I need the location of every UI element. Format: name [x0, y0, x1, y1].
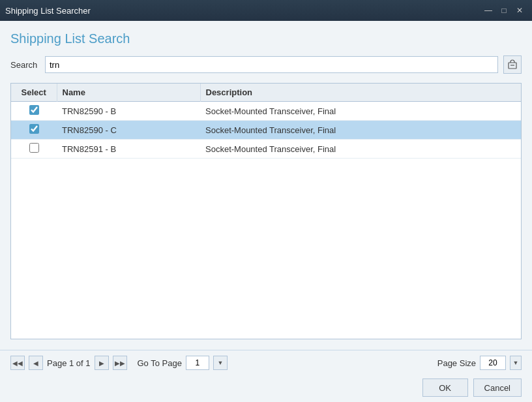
table-row: TRN82590 - CSocket-Mounted Transceiver, … — [11, 121, 521, 140]
box-icon — [507, 59, 518, 70]
search-label: Search — [10, 60, 40, 70]
goto-page-input[interactable] — [186, 356, 209, 370]
window-title: Shipping List Searcher — [5, 6, 91, 16]
table-body: TRN82590 - BSocket-Mounted Transceiver, … — [11, 102, 521, 159]
title-bar-controls: — □ ✕ — [481, 3, 527, 18]
cell-description: Socket-Mounted Transceiver, Final — [200, 102, 521, 121]
cell-name: TRN82590 - B — [57, 102, 200, 121]
search-row: Search — [10, 55, 522, 74]
table-row: TRN82590 - BSocket-Mounted Transceiver, … — [11, 102, 521, 121]
cell-description: Socket-Mounted Transceiver, Final — [200, 121, 521, 140]
cell-name: TRN82590 - C — [57, 121, 200, 140]
search-button[interactable] — [503, 55, 522, 74]
ok-button[interactable]: OK — [422, 379, 468, 397]
row-checkbox[interactable] — [29, 143, 39, 153]
table-header-row: Select Name Description — [11, 84, 521, 102]
footer: ◀◀ ◀ Page 1 of 1 ▶ ▶▶ Go To Page ▼ Page … — [0, 350, 532, 402]
minimize-button[interactable]: — — [481, 3, 495, 18]
cell-description: Socket-Mounted Transceiver, Final — [200, 140, 521, 159]
cell-select — [11, 102, 57, 121]
first-page-button[interactable]: ◀◀ — [10, 356, 25, 370]
main-content: Shipping List Search Search Select Name — [0, 21, 532, 350]
close-button[interactable]: ✕ — [512, 3, 527, 18]
prev-page-button[interactable]: ◀ — [29, 356, 43, 370]
search-input[interactable] — [45, 56, 498, 73]
title-bar: Shipping List Searcher — □ ✕ — [0, 0, 532, 21]
action-row: OK Cancel — [10, 379, 522, 397]
row-checkbox[interactable] — [29, 105, 39, 115]
results-table: Select Name Description TRN82590 - BSock… — [11, 84, 521, 159]
last-page-button[interactable]: ▶▶ — [113, 356, 127, 370]
cell-select — [11, 121, 57, 140]
col-header-select: Select — [11, 84, 57, 102]
table-container: Select Name Description TRN82590 - BSock… — [10, 83, 522, 339]
goto-page-dropdown[interactable]: ▼ — [213, 356, 228, 370]
table-row: TRN82591 - BSocket-Mounted Transceiver, … — [11, 140, 521, 159]
next-page-button[interactable]: ▶ — [95, 356, 109, 370]
page-size-section: Page Size ▼ — [437, 356, 522, 370]
col-header-description: Description — [200, 84, 521, 102]
cancel-button[interactable]: Cancel — [473, 379, 522, 397]
page-size-label: Page Size — [437, 358, 476, 368]
window: Shipping List Searcher — □ ✕ Shipping Li… — [0, 0, 532, 402]
restore-button[interactable]: □ — [497, 3, 511, 18]
pagination-row: ◀◀ ◀ Page 1 of 1 ▶ ▶▶ Go To Page ▼ Page … — [10, 356, 522, 370]
page-info: Page 1 of 1 — [47, 358, 91, 368]
cell-name: TRN82591 - B — [57, 140, 200, 159]
page-title: Shipping List Search — [10, 31, 522, 46]
page-size-dropdown[interactable]: ▼ — [510, 356, 522, 370]
page-size-input[interactable] — [480, 356, 506, 370]
cell-select — [11, 140, 57, 159]
goto-label: Go To Page — [138, 358, 182, 368]
col-header-name: Name — [57, 84, 200, 102]
row-checkbox[interactable] — [29, 124, 39, 134]
